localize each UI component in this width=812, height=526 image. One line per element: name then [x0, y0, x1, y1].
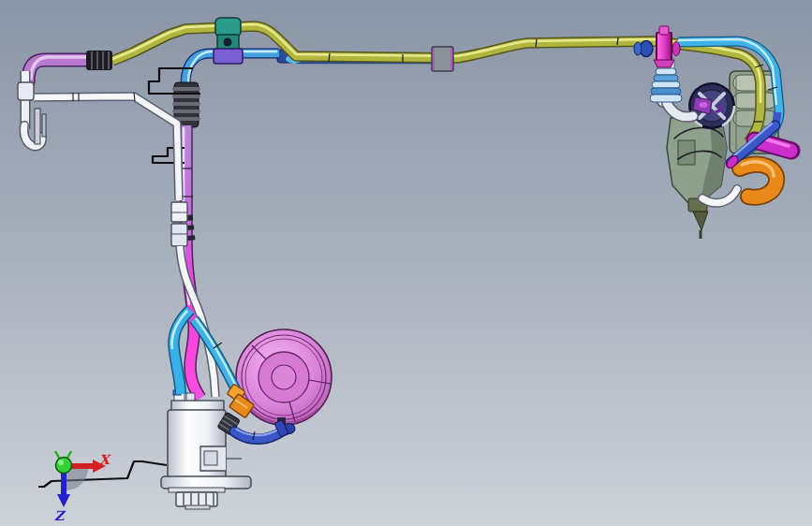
tube-clamp-gray[interactable]: [432, 47, 453, 71]
valve-cap: [659, 26, 669, 35]
quick-connect-fitting: [171, 224, 187, 246]
valve-flare: [654, 60, 674, 67]
disc-hub-center: [272, 365, 296, 389]
pump-cone-highlight: [700, 102, 708, 108]
clamp-bolt-hole: [224, 38, 232, 47]
canister-ribbed-collar: [176, 492, 217, 506]
origin-sphere: [56, 458, 72, 474]
clamp-lower-sleeve: [214, 49, 243, 64]
bracket-cylinder: [733, 93, 776, 109]
valve-body: [657, 33, 671, 61]
canister-flange: [161, 476, 251, 489]
canister-bottom-stub: [185, 505, 210, 509]
valve-fitting-blue-small: [634, 42, 642, 55]
clamp-block: [432, 47, 453, 71]
valve-ring-right: [672, 42, 680, 56]
bracket-plate-thin: [42, 114, 46, 137]
clamp-top-block: [215, 18, 241, 37]
canister-pocket-bracket: [204, 451, 217, 465]
canister-flange-step: [169, 488, 225, 492]
tube-clamp-teal[interactable]: [214, 18, 243, 64]
cad-viewport[interactable]: X Z: [0, 0, 812, 526]
viewport-background: [0, 0, 812, 526]
tee-joint: [18, 82, 34, 100]
bracket-plate-thin: [35, 109, 40, 144]
origin-sphere-highlight: [58, 460, 64, 465]
